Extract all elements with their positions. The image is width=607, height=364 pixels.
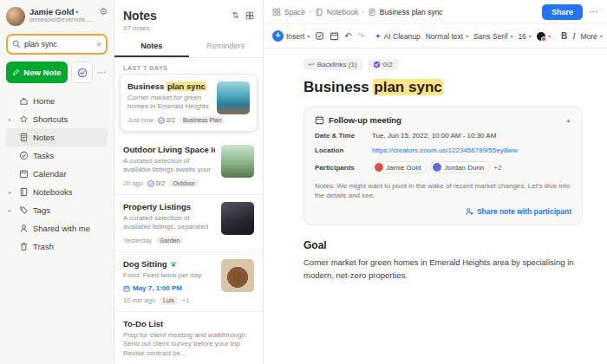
sidebar-item-trash[interactable]: ▸ Trash [6,237,108,256]
date-value: Tue, Jun 15, 2022, 10:00 AM - 10:30 AM [372,132,496,140]
account-switcher[interactable]: Jamie Gold ▾ [29,7,95,16]
tag-chip[interactable]: Garden [156,237,183,244]
sidebar-nav: ▸ Home ▸ Shortcuts ▸ Notes ▸ Tasks ▸ [6,92,108,256]
tag-overflow-count[interactable]: +1 [182,296,190,304]
home-icon [18,96,29,106]
font-family-dropdown[interactable]: Sans Serif▾ [473,32,512,41]
breadcrumb-space[interactable]: Space [284,8,305,16]
note-list: Business plan sync Corner market for gre… [114,74,263,364]
shared-person-icon [18,224,29,233]
chevron-down-icon: ▾ [548,33,551,39]
meeting-title: Follow-up meeting [329,115,561,125]
note-card-property-listings[interactable]: Property Listings A curated selection of… [114,195,263,252]
sidebar-item-tags[interactable]: ▸ Tags [6,201,108,219]
breadcrumb-notebook[interactable]: Notebook [327,8,358,16]
note-editor: Space › Notebook › Business plan sync Sh… [264,0,607,364]
new-note-label: New Note [23,68,61,77]
note-thumbnail [221,145,254,178]
clear-search-icon[interactable]: × [96,40,101,49]
chevron-down-icon: ▾ [75,9,78,15]
share-note-with-participant-link[interactable]: Share note with participant [315,207,571,216]
sidebar-item-notes[interactable]: ▸ Notes [6,128,108,146]
paw-icon [170,261,177,268]
sidebar-item-notebooks[interactable]: ▸ Notebooks [6,183,108,201]
insert-calendar-icon[interactable] [330,31,339,41]
user-info[interactable]: Jamie Gold ▾ jamiegold@evernote.com [29,7,95,23]
tab-notes[interactable]: Notes [114,37,189,57]
sidebar-item-calendar[interactable]: ▸ Calendar [6,165,108,183]
tag-chip[interactable]: Outdoor [169,179,198,187]
sidebar-item-shortcuts[interactable]: ▸ Shortcuts [6,110,108,128]
undo-icon[interactable]: ↶ [344,31,351,41]
user-avatar[interactable] [6,7,25,26]
note-title: Dog Sitting [123,259,215,269]
tag-chip[interactable]: Business Plan [179,116,225,124]
chevron-down-icon: ▾ [510,33,512,39]
insert-menu[interactable]: + Insert ▾ [272,30,310,42]
participants-overflow-count[interactable]: +2 [493,164,501,172]
ai-cleanup-button[interactable]: ✦ AI Cleanup [375,32,421,41]
chevron-down-icon: ▾ [307,33,310,39]
search-box[interactable]: × [6,34,108,55]
tab-reminders[interactable]: Reminders [189,37,264,57]
breadcrumb-note-title[interactable]: Business plan sync [380,8,443,16]
participant-chip[interactable]: Jordan Dunn [430,161,490,173]
search-match-highlight: plan sync [166,81,206,91]
tasks-icon [18,151,29,160]
sort-icon[interactable]: ⇅ [232,11,239,20]
editor-content[interactable]: ↩ Backlinks (1) 0/2 Business plan sync F… [264,49,607,364]
tag-chip[interactable]: Luis [160,296,178,304]
reminder-row[interactable]: May 7, 1:00 PM [123,284,215,292]
paragraph-style-dropdown[interactable]: Normal text▾ [426,32,468,41]
backlink-icon: ↩ [309,61,315,68]
tasks-progress-pill[interactable]: 0/2 [368,59,398,70]
note-card-todo-list[interactable]: To-Do List Prep for client meeting and w… [114,312,263,364]
sidebar-item-tasks[interactable]: ▸ Tasks [6,146,108,165]
meeting-link[interactable]: https://creators.zoom.us/1223456789/55ey… [372,146,518,154]
goal-heading[interactable]: Goal [304,239,583,251]
sidebar-item-home[interactable]: ▸ Home [6,92,108,110]
note-title[interactable]: Business plan sync [304,79,583,96]
pencil-icon [12,68,20,76]
goal-paragraph[interactable]: Corner market for green homes in Emerald… [304,257,583,282]
note-card-outdoor-living[interactable]: Outdoor Living Space Ideas A curated sel… [114,138,263,195]
note-time: 10 min ago [123,296,155,304]
calendar-icon [18,169,29,179]
chevron-down-icon: ▾ [466,33,468,39]
chevron-down-icon: ▾ [600,33,603,39]
insert-task-icon[interactable] [315,31,324,41]
settings-gear-icon[interactable]: ⚙ [99,7,108,16]
sidebar-item-shared[interactable]: ▸ Shared with me [6,219,108,237]
more-dropdown[interactable]: More▾ [580,32,602,41]
share-button[interactable]: Share [542,4,583,20]
font-size-dropdown[interactable]: 16▾ [518,32,531,41]
view-options-icon[interactable] [245,11,254,20]
note-snippet: A curated selection of available listing… [123,214,215,232]
chevron-right-icon[interactable]: ▸ [9,189,14,195]
backlinks-pill[interactable]: ↩ Backlinks (1) [304,59,362,70]
new-task-button[interactable] [71,62,93,83]
tags-icon [18,205,29,215]
note-more-menu-icon[interactable]: ⋯ [589,6,598,17]
redo-icon[interactable]: ↷ [357,31,364,41]
font-color-dropdown[interactable]: ▾ [537,32,551,41]
note-snippet: A curated selection of available listing… [123,157,215,175]
sidebar-more-icon[interactable]: ⋯ [96,67,108,78]
new-note-button[interactable]: New Note [6,62,68,83]
italic-button[interactable]: I [572,31,575,41]
bold-button[interactable]: B [561,31,567,41]
note-title: Business plan sync [127,81,211,91]
note-card-dog-sitting[interactable]: Dog Sitting Food: Feed twice per day. Sp… [114,252,263,312]
note-title: Outdoor Living Space Ideas [123,145,215,154]
location-label: Location [315,146,369,154]
sidebar-actions: New Note ⋯ [6,62,108,83]
chevron-right-icon[interactable]: ▸ [9,116,14,122]
search-input[interactable] [24,40,93,49]
search-match-highlight: plan sync [373,79,442,95]
participant-chip[interactable]: Jamie Gold [372,161,427,173]
note-card-business-plan-sync[interactable]: Business plan sync Corner market for gre… [120,74,258,132]
chevron-right-icon[interactable]: ▸ [9,207,14,213]
note-snippet: Corner market for green homes in Emerald… [127,94,211,112]
collapse-chevron-icon[interactable]: ▲ [565,117,571,123]
section-label: LAST 7 DAYS [114,58,263,74]
